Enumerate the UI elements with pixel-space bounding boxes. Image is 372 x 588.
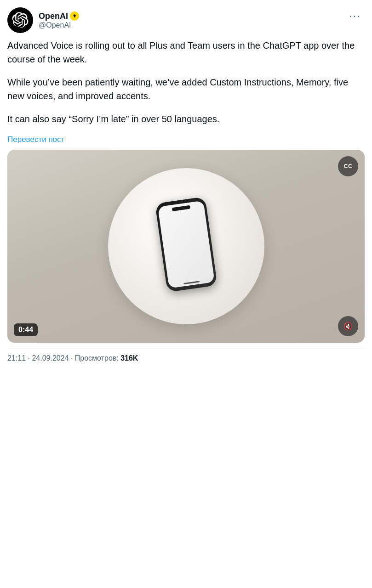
tweet-views-prefix: · Просмотров: — [71, 354, 120, 362]
pedestal — [108, 168, 264, 324]
mute-icon: 🔇 — [343, 322, 353, 331]
video-scene — [7, 150, 365, 343]
phone — [155, 197, 217, 292]
tweet-paragraph-2: While you’ve been patiently waiting, we’… — [7, 75, 365, 103]
volume-button[interactable]: 🔇 — [338, 316, 358, 336]
tweet-card: OpenAI ✦ @OpenAI ··· Advanced Voice is r… — [0, 0, 372, 368]
cc-button[interactable]: CC — [338, 156, 358, 176]
user-info: OpenAI ✦ @OpenAI — [39, 11, 79, 29]
video-player[interactable]: CC 0:44 🔇 — [7, 150, 365, 343]
verified-badge-icon: ✦ — [70, 11, 79, 21]
tweet-paragraph-3: It can also say “Sorry I’m late” in over… — [7, 112, 365, 126]
more-options-button[interactable]: ··· — [345, 7, 365, 24]
tweet-views-count: 316K — [120, 354, 138, 362]
display-name[interactable]: OpenAI ✦ — [39, 11, 79, 21]
tweet-meta: 21:11 · 24.09.2024 · Просмотров: 316K — [7, 354, 138, 362]
tweet-time: 21:11 — [7, 354, 26, 362]
openai-logo-icon — [12, 12, 29, 28]
translate-link[interactable]: Перевести пост — [7, 135, 365, 144]
tweet-header: OpenAI ✦ @OpenAI ··· — [7, 7, 365, 33]
tweet-paragraph-1: Advanced Voice is rolling out to all Plu… — [7, 39, 365, 66]
phone-screen — [158, 201, 215, 288]
tweet-text: Advanced Voice is rolling out to all Plu… — [7, 39, 365, 126]
tweet-date: 24.09.2024 — [32, 354, 69, 362]
tweet-footer: 21:11 · 24.09.2024 · Просмотров: 316K — [7, 348, 365, 368]
header-left: OpenAI ✦ @OpenAI — [7, 7, 79, 33]
avatar[interactable] — [7, 7, 33, 33]
tweet-body: Advanced Voice is rolling out to all Plu… — [7, 39, 365, 343]
video-duration: 0:44 — [14, 323, 38, 336]
username[interactable]: @OpenAI — [39, 21, 79, 29]
